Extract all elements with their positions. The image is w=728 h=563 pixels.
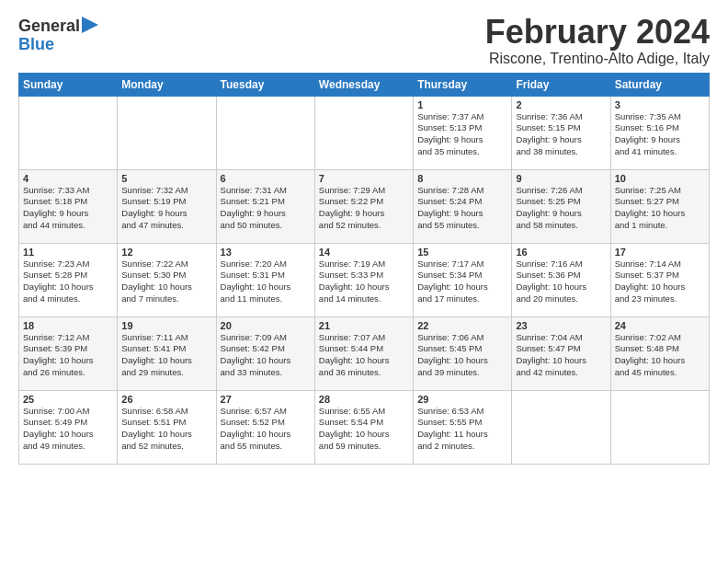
logo-text-general: General bbox=[18, 17, 80, 36]
page: General Blue February 2024 Riscone, Tren… bbox=[0, 0, 728, 474]
day-number: 16 bbox=[516, 247, 606, 258]
header-thursday: Thursday bbox=[414, 73, 512, 96]
day-info: Sunrise: 7:11 AM Sunset: 5:41 PM Dayligh… bbox=[121, 332, 211, 379]
day-number: 22 bbox=[417, 320, 507, 331]
day-info: Sunrise: 7:09 AM Sunset: 5:42 PM Dayligh… bbox=[221, 332, 311, 379]
day-number: 21 bbox=[319, 320, 409, 331]
day-number: 23 bbox=[516, 320, 606, 331]
location-subtitle: Riscone, Trentino-Alto Adige, Italy bbox=[485, 51, 710, 67]
month-year-title: February 2024 bbox=[485, 14, 710, 51]
day-info: Sunrise: 7:14 AM Sunset: 5:37 PM Dayligh… bbox=[615, 259, 705, 305]
day-number: 20 bbox=[221, 320, 311, 331]
day-number: 2 bbox=[516, 99, 606, 110]
calendar-header-row: Sunday Monday Tuesday Wednesday Thursday… bbox=[19, 73, 710, 96]
logo-text-blue: Blue bbox=[18, 36, 54, 54]
title-area: February 2024 Riscone, Trentino-Alto Adi… bbox=[485, 14, 710, 67]
table-row: 27Sunrise: 6:57 AM Sunset: 5:52 PM Dayli… bbox=[216, 390, 314, 464]
table-row: 20Sunrise: 7:09 AM Sunset: 5:42 PM Dayli… bbox=[216, 316, 314, 390]
logo-icon bbox=[82, 17, 98, 33]
day-info: Sunrise: 6:57 AM Sunset: 5:52 PM Dayligh… bbox=[221, 406, 311, 453]
day-info: Sunrise: 7:26 AM Sunset: 5:25 PM Dayligh… bbox=[516, 185, 606, 232]
table-row: 22Sunrise: 7:06 AM Sunset: 5:45 PM Dayli… bbox=[414, 316, 512, 390]
table-row: 23Sunrise: 7:04 AM Sunset: 5:47 PM Dayli… bbox=[512, 316, 610, 390]
calendar-table: Sunday Monday Tuesday Wednesday Thursday… bbox=[18, 73, 710, 465]
day-number: 14 bbox=[319, 247, 409, 258]
day-number: 27 bbox=[221, 394, 311, 405]
logo: General Blue bbox=[18, 14, 98, 54]
day-info: Sunrise: 7:28 AM Sunset: 5:24 PM Dayligh… bbox=[417, 185, 507, 232]
day-info: Sunrise: 6:58 AM Sunset: 5:51 PM Dayligh… bbox=[121, 406, 211, 453]
day-number: 7 bbox=[319, 173, 409, 184]
table-row: 21Sunrise: 7:07 AM Sunset: 5:44 PM Dayli… bbox=[314, 316, 413, 390]
header-tuesday: Tuesday bbox=[216, 73, 314, 96]
day-info: Sunrise: 7:36 AM Sunset: 5:15 PM Dayligh… bbox=[516, 111, 606, 158]
table-row bbox=[314, 96, 413, 169]
day-number: 17 bbox=[615, 247, 705, 258]
header-saturday: Saturday bbox=[610, 73, 709, 96]
table-row: 16Sunrise: 7:16 AM Sunset: 5:36 PM Dayli… bbox=[512, 243, 610, 316]
day-info: Sunrise: 6:55 AM Sunset: 5:54 PM Dayligh… bbox=[319, 406, 409, 453]
day-info: Sunrise: 7:04 AM Sunset: 5:47 PM Dayligh… bbox=[516, 332, 606, 379]
day-info: Sunrise: 7:16 AM Sunset: 5:36 PM Dayligh… bbox=[516, 259, 606, 305]
table-row: 8Sunrise: 7:28 AM Sunset: 5:24 PM Daylig… bbox=[414, 169, 512, 243]
day-number: 29 bbox=[417, 394, 507, 405]
calendar-week-row: 11Sunrise: 7:23 AM Sunset: 5:28 PM Dayli… bbox=[19, 243, 710, 316]
day-number: 8 bbox=[417, 173, 507, 184]
table-row bbox=[512, 390, 610, 464]
table-row: 9Sunrise: 7:26 AM Sunset: 5:25 PM Daylig… bbox=[512, 169, 610, 243]
day-info: Sunrise: 7:32 AM Sunset: 5:19 PM Dayligh… bbox=[121, 185, 211, 232]
svg-marker-0 bbox=[82, 17, 98, 33]
day-number: 10 bbox=[615, 173, 705, 184]
table-row bbox=[19, 96, 118, 169]
table-row: 29Sunrise: 6:53 AM Sunset: 5:55 PM Dayli… bbox=[414, 390, 512, 464]
table-row: 10Sunrise: 7:25 AM Sunset: 5:27 PM Dayli… bbox=[610, 169, 709, 243]
day-info: Sunrise: 7:20 AM Sunset: 5:31 PM Dayligh… bbox=[221, 259, 311, 305]
day-info: Sunrise: 7:00 AM Sunset: 5:49 PM Dayligh… bbox=[23, 406, 113, 453]
day-number: 9 bbox=[516, 173, 606, 184]
logo-content: General Blue bbox=[18, 17, 98, 54]
day-number: 24 bbox=[615, 320, 705, 331]
table-row: 24Sunrise: 7:02 AM Sunset: 5:48 PM Dayli… bbox=[610, 316, 709, 390]
table-row: 17Sunrise: 7:14 AM Sunset: 5:37 PM Dayli… bbox=[610, 243, 709, 316]
day-info: Sunrise: 7:37 AM Sunset: 5:13 PM Dayligh… bbox=[417, 111, 507, 158]
day-number: 4 bbox=[23, 173, 113, 184]
day-number: 19 bbox=[121, 320, 211, 331]
table-row: 15Sunrise: 7:17 AM Sunset: 5:34 PM Dayli… bbox=[414, 243, 512, 316]
table-row: 11Sunrise: 7:23 AM Sunset: 5:28 PM Dayli… bbox=[19, 243, 118, 316]
day-number: 13 bbox=[221, 247, 311, 258]
day-number: 11 bbox=[23, 247, 113, 258]
day-info: Sunrise: 7:23 AM Sunset: 5:28 PM Dayligh… bbox=[23, 259, 113, 305]
day-info: Sunrise: 7:31 AM Sunset: 5:21 PM Dayligh… bbox=[221, 185, 311, 232]
day-info: Sunrise: 7:19 AM Sunset: 5:33 PM Dayligh… bbox=[319, 259, 409, 305]
header-wednesday: Wednesday bbox=[314, 73, 413, 96]
day-number: 18 bbox=[23, 320, 113, 331]
day-number: 12 bbox=[121, 247, 211, 258]
table-row: 3Sunrise: 7:35 AM Sunset: 5:16 PM Daylig… bbox=[610, 96, 709, 169]
table-row bbox=[610, 390, 709, 464]
table-row: 5Sunrise: 7:32 AM Sunset: 5:19 PM Daylig… bbox=[118, 169, 216, 243]
day-info: Sunrise: 7:35 AM Sunset: 5:16 PM Dayligh… bbox=[615, 111, 705, 158]
calendar-week-row: 1Sunrise: 7:37 AM Sunset: 5:13 PM Daylig… bbox=[19, 96, 710, 169]
table-row: 19Sunrise: 7:11 AM Sunset: 5:41 PM Dayli… bbox=[118, 316, 216, 390]
day-number: 1 bbox=[417, 99, 507, 110]
day-number: 15 bbox=[417, 247, 507, 258]
day-number: 25 bbox=[23, 394, 113, 405]
table-row: 26Sunrise: 6:58 AM Sunset: 5:51 PM Dayli… bbox=[118, 390, 216, 464]
table-row: 18Sunrise: 7:12 AM Sunset: 5:39 PM Dayli… bbox=[19, 316, 118, 390]
day-info: Sunrise: 7:17 AM Sunset: 5:34 PM Dayligh… bbox=[417, 259, 507, 305]
header-monday: Monday bbox=[118, 73, 216, 96]
table-row: 12Sunrise: 7:22 AM Sunset: 5:30 PM Dayli… bbox=[118, 243, 216, 316]
day-info: Sunrise: 7:29 AM Sunset: 5:22 PM Dayligh… bbox=[319, 185, 409, 232]
day-info: Sunrise: 7:25 AM Sunset: 5:27 PM Dayligh… bbox=[615, 185, 705, 232]
day-number: 5 bbox=[121, 173, 211, 184]
header-friday: Friday bbox=[512, 73, 610, 96]
table-row: 2Sunrise: 7:36 AM Sunset: 5:15 PM Daylig… bbox=[512, 96, 610, 169]
table-row: 28Sunrise: 6:55 AM Sunset: 5:54 PM Dayli… bbox=[314, 390, 413, 464]
day-number: 6 bbox=[221, 173, 311, 184]
day-info: Sunrise: 7:06 AM Sunset: 5:45 PM Dayligh… bbox=[417, 332, 507, 379]
day-info: Sunrise: 7:22 AM Sunset: 5:30 PM Dayligh… bbox=[121, 259, 211, 305]
day-info: Sunrise: 7:02 AM Sunset: 5:48 PM Dayligh… bbox=[615, 332, 705, 379]
day-info: Sunrise: 7:12 AM Sunset: 5:39 PM Dayligh… bbox=[23, 332, 113, 379]
calendar-week-row: 4Sunrise: 7:33 AM Sunset: 5:18 PM Daylig… bbox=[19, 169, 710, 243]
header: General Blue February 2024 Riscone, Tren… bbox=[18, 14, 710, 67]
